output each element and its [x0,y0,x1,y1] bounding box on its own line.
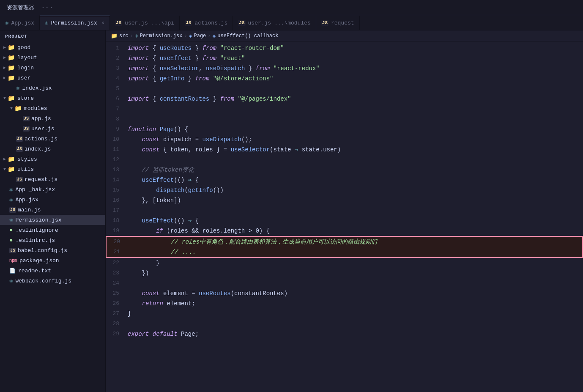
code-line: 27} [106,309,583,319]
tree-arrow: ▶ [3,55,6,60]
code-token-punct: } [192,45,202,52]
code-editor[interactable]: 1import { useRoutes } from "react-router… [106,41,583,392]
webpack-file-icon: ⚛ [9,277,13,285]
tab-permission-jsx[interactable]: ⚛Permission.jsx× [40,16,110,30]
code-line: 8 [106,114,583,124]
code-line: 18 useEffect(() ⇒ { [106,216,583,226]
code-token-str: "@/store/actions" [213,75,274,82]
tab-close-button[interactable]: × [101,20,104,26]
folder-icon: 📁 [8,44,15,51]
code-line: 17 [106,206,583,216]
tree-item-store[interactable]: ▼ 📁 store [0,93,105,103]
tree-item-label: Permission.jsx [15,217,61,223]
tree-item-good[interactable]: ▶ 📁 good [0,42,105,52]
tree-item-webpack-config-js[interactable]: ⚛ webpack.config.js [0,276,105,286]
tab-actions-js[interactable]: JSactions.js [180,16,233,30]
code-token-punct: , [199,65,206,72]
breadcrumb-item[interactable]: ◈Page [189,33,206,39]
highlighted-block: 20 // roles中有角色，配合路由表和算法，生成当前用户可以访问的路由规则… [106,236,583,258]
tree-item-readme-txt[interactable]: 📄 readme.txt [0,266,105,276]
tree-item-login[interactable]: ▶ 📁 login [0,63,105,73]
code-line: 1import { useRoutes } from "react-router… [106,43,583,53]
breadcrumb-item[interactable]: ⚛Permission.jsx [135,33,183,39]
tree-item-modules[interactable]: ▼ 📁 modules [0,103,105,113]
tree-item-main-js[interactable]: JS main.js [0,205,105,215]
line-number: 29 [106,329,126,339]
tree-item-utils[interactable]: ▼ 📁 utils [0,164,105,174]
line-number: 21 [107,247,127,257]
tree-item-actions-js[interactable]: JS actions.js [0,134,105,144]
breadcrumb-item[interactable]: ◈useEffect() callback [213,33,279,39]
tree-item--eslintignore[interactable]: ● .eslintignore [0,225,105,235]
tree-item-request-js[interactable]: JS request.js [0,174,105,184]
code-line: 12 [106,155,583,165]
code-token-punct: } [128,310,131,317]
code-token-kw-return: return [142,300,163,307]
indent-space [128,167,142,173]
indent-space [128,290,142,297]
react-icon: ⚛ [45,19,48,27]
line-content: useEffect(() ⇒ { [126,216,583,226]
line-content: return element; [126,299,583,309]
tab-user-js2[interactable]: JSuser.js ...\modules [233,16,316,30]
code-line: 25 const element = useRoutes(constantRou… [106,288,583,299]
indent-space [128,177,142,184]
more-options-button[interactable]: ··· [38,4,57,11]
code-token-comment-highlight: // .... [171,249,196,255]
tree-item-index-jsx[interactable]: ⚛ index.jsx [0,83,105,93]
tab-user-js[interactable]: JSuser.js ...\api [110,16,180,30]
tree-item-app-js[interactable]: JS app.js [0,113,105,123]
sidebar-header: PROJECT [0,30,105,42]
tab-label: request [331,20,354,26]
tree-item-styles[interactable]: ▶ 📁 styles [0,154,105,164]
line-number: 6 [106,94,126,104]
code-token-punct: ()) [213,187,224,194]
tree-item-App-jsx[interactable]: ⚛ App.jsx [0,195,105,205]
tree-item-babel-config-js[interactable]: JS babel.config.js [0,245,105,255]
tree-item-label: .eslintignore [15,227,58,233]
line-number: 3 [106,63,126,74]
breadcrumb-item-label: src [119,33,129,39]
code-token-punct: { [192,177,199,184]
code-token-fn: useDispatch [206,65,245,72]
main-layout: PROJECT ▶ 📁 good▶ 📁 layout▶ 📁 login▶ 📁 u… [0,30,583,392]
code-token-fn: useDispatch [202,136,241,143]
line-number: 8 [106,114,126,124]
code-line: 6import { constantRoutes } from "@/pages… [106,94,583,104]
tree-item-layout[interactable]: ▶ 📁 layout [0,52,105,63]
tab-app-jsx[interactable]: ⚛App.jsx [0,16,40,30]
code-token-punct: ( [184,187,188,194]
code-line: 19 if (roles && roles.length > 0) { [106,226,583,236]
line-number: 26 [106,299,126,309]
indent-space [128,197,142,204]
tree-item-user-js[interactable]: JS user.js [0,123,105,134]
line-content: }) [126,268,583,278]
code-token-fn: dispatch [156,187,184,194]
tree-item-index-js[interactable]: JS index.js [0,144,105,154]
sidebar: PROJECT ▶ 📁 good▶ 📁 layout▶ 📁 login▶ 📁 u… [0,30,106,392]
code-token-punct: (state [270,146,295,153]
code-token-kw-const: const [142,290,160,297]
tree-item-label: login [17,65,34,71]
tree-item-App--bak-jsx[interactable]: ⚛ App _bak.jsx [0,184,105,195]
tab-request-js[interactable]: JSrequest [316,16,360,30]
tree-item-label: actions.js [25,136,57,142]
tree-arrow: ▶ [3,75,6,80]
code-token-kw-from: from [195,75,210,82]
line-number: 23 [106,268,126,278]
breadcrumb: 📁src›⚛Permission.jsx›◈Page›◈useEffect() … [106,30,583,41]
breadcrumb-component-icon: ◈ [213,33,216,39]
tree-item-Permission-jsx[interactable]: ⚛ Permission.jsx [0,215,105,225]
code-token-punct: { [192,217,199,224]
breadcrumb-component-icon: ◈ [189,33,192,39]
code-token-punct: } [209,96,220,102]
line-content: import { useEffect } from "react" [126,53,583,63]
breadcrumb-item[interactable]: 📁src [111,33,129,39]
line-content: // 监听token变化 [126,165,583,175]
tree-item-label: app.js [31,115,51,122]
line-number: 22 [106,258,126,268]
tree-item-user[interactable]: ▶ 📁 user [0,73,105,83]
tree-item--eslintrc-js[interactable]: ● .eslintrc.js [0,235,105,245]
file-tree: ▶ 📁 good▶ 📁 layout▶ 📁 login▶ 📁 user⚛ ind… [0,42,105,286]
tree-item-package-json[interactable]: npm package.json [0,255,105,266]
